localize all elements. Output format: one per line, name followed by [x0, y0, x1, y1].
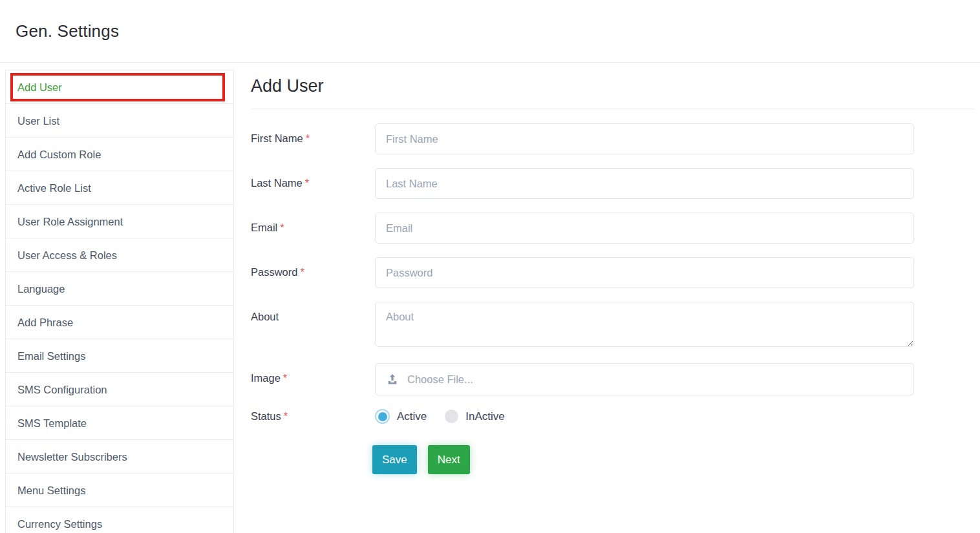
page-title: Gen. Settings [16, 21, 119, 41]
sidebar-item-currency-settings[interactable]: Currency Settings [6, 507, 233, 533]
sidebar-item-add-phrase[interactable]: Add Phrase [6, 306, 233, 339]
sidebar-item-newsletter-subscribers[interactable]: Newsletter Subscribers [6, 440, 233, 474]
password-label: Password* [251, 257, 375, 288]
sidebar-item-add-custom-role[interactable]: Add Custom Role [6, 138, 233, 171]
required-asterisk: * [306, 132, 310, 144]
image-label: Image* [251, 363, 375, 395]
sidebar-item-label: SMS Template [17, 417, 87, 429]
sidebar-item-label: Currency Settings [17, 518, 102, 530]
sidebar-item-label: Newsletter Subscribers [17, 451, 127, 463]
sidebar-item-label: Add Phrase [17, 317, 73, 328]
required-asterisk: * [283, 372, 287, 384]
sidebar-item-label: Active Role List [17, 182, 91, 194]
sidebar-item-user-role-assignment[interactable]: User Role Assignment [6, 205, 233, 238]
sidebar-item-add-user[interactable]: Add User [6, 70, 233, 104]
sidebar-item-label: SMS Configuration [17, 384, 107, 395]
last-name-field[interactable] [375, 168, 914, 199]
status-radio-group: Active InActive [375, 409, 914, 424]
sidebar-item-label: Add User [17, 81, 62, 93]
sidebar-item-label: User List [17, 115, 59, 127]
sidebar-item-language[interactable]: Language [6, 272, 233, 306]
radio-selected-icon [375, 409, 390, 424]
sidebar-item-active-role-list[interactable]: Active Role List [6, 171, 233, 205]
last-name-label: Last Name* [251, 168, 375, 199]
about-label: About [251, 302, 375, 350]
form-row-email: Email* [251, 213, 914, 244]
main-content: Add User First Name* Last Name* [234, 63, 980, 474]
email-label: Email* [251, 213, 375, 244]
required-asterisk: * [284, 410, 288, 422]
next-button[interactable]: Next [428, 445, 470, 474]
save-button[interactable]: Save [372, 445, 417, 474]
sidebar-item-sms-template[interactable]: SMS Template [6, 406, 233, 440]
sidebar-item-label: User Access & Roles [17, 249, 117, 261]
password-field[interactable] [375, 257, 914, 288]
settings-sidebar: Add User User List Add Custom Role Activ… [5, 70, 234, 533]
sidebar-item-label: Language [17, 283, 65, 295]
sidebar-item-email-settings[interactable]: Email Settings [6, 339, 233, 373]
required-asterisk: * [300, 266, 304, 278]
first-name-field[interactable] [375, 123, 914, 154]
form-row-password: Password* [251, 257, 914, 288]
form-actions: Save Next [372, 445, 914, 474]
sidebar-item-user-list[interactable]: User List [6, 104, 233, 138]
required-asterisk: * [280, 222, 284, 233]
radio-label: InActive [465, 410, 504, 423]
sidebar-item-label: User Role Assignment [17, 216, 123, 227]
upload-icon [386, 373, 399, 386]
form-row-about: About [251, 302, 914, 350]
status-radio-active[interactable]: Active [375, 409, 427, 424]
first-name-label: First Name* [251, 123, 375, 154]
form-row-status: Status* Active InActive [251, 409, 914, 424]
add-user-form: First Name* Last Name* Email* [251, 123, 914, 474]
form-row-first-name: First Name* [251, 123, 914, 154]
page-header: Gen. Settings [0, 0, 980, 63]
form-row-image: Image* Choose File... [251, 363, 914, 395]
status-label: Status* [251, 410, 375, 423]
sidebar-item-user-access-roles[interactable]: User Access & Roles [6, 238, 233, 272]
image-file-input[interactable]: Choose File... [375, 363, 914, 395]
file-placeholder-text: Choose File... [407, 373, 473, 386]
sidebar-item-label: Email Settings [17, 350, 85, 362]
sidebar-item-label: Menu Settings [17, 485, 85, 496]
sidebar-item-menu-settings[interactable]: Menu Settings [6, 474, 233, 507]
radio-unselected-icon [445, 410, 458, 423]
section-title: Add User [251, 76, 975, 96]
sidebar-item-sms-configuration[interactable]: SMS Configuration [6, 373, 233, 406]
status-radio-inactive[interactable]: InActive [445, 410, 504, 423]
required-asterisk: * [305, 177, 309, 189]
radio-label: Active [397, 410, 427, 423]
form-row-last-name: Last Name* [251, 168, 914, 199]
about-field[interactable] [375, 302, 914, 347]
email-field[interactable] [375, 213, 914, 244]
sidebar-item-label: Add Custom Role [17, 149, 101, 160]
title-divider [251, 109, 975, 109]
